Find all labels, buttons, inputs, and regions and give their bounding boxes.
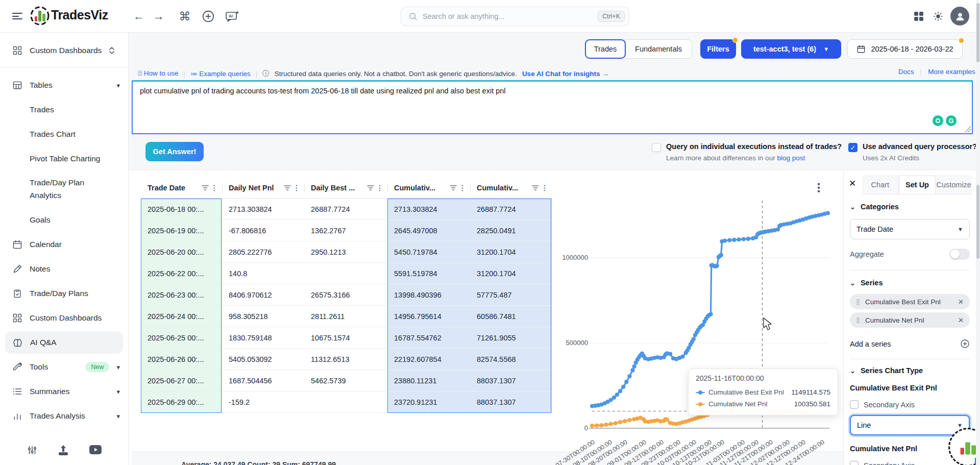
table-cell[interactable]: 2713.303824 <box>387 199 470 220</box>
column-menu-icon[interactable]: ⋮ <box>375 184 384 192</box>
table-cell[interactable]: 2811.2611 <box>304 306 387 327</box>
command-icon[interactable]: ⌘ <box>178 9 192 23</box>
table-cell[interactable]: -159.2 <box>222 391 304 413</box>
table-cell[interactable]: 71261.9055 <box>470 327 552 349</box>
tradesviz-logo-icon[interactable] <box>30 6 50 26</box>
query-input[interactable]: plot cumulative pnl of trading accounts … <box>140 87 963 128</box>
sidebar-item-trades-analysis[interactable]: Trades Analysis ▾ <box>0 404 128 428</box>
pnl-line-chart[interactable]: ••• 05000001000000 25-07-30T00:00:002025… <box>556 174 847 460</box>
sidebar-item-calendar[interactable]: Calendar <box>0 232 128 257</box>
fundamentals-toggle-button[interactable]: Fundamentals <box>625 39 692 59</box>
table-cell[interactable]: 13998.490396 <box>387 284 470 306</box>
table-cell[interactable]: 2025-06-22 00:... <box>141 263 222 284</box>
trades-toggle-button[interactable]: Trades <box>585 39 626 59</box>
search-input[interactable] <box>423 12 598 20</box>
sidebar-item-notes[interactable]: Notes <box>0 257 128 281</box>
table-cell[interactable]: 5462.5739 <box>304 370 387 391</box>
table-cell[interactable]: 5450.719784 <box>387 241 470 263</box>
ai-chat-icon[interactable]: AI <box>224 9 241 23</box>
table-cell[interactable]: -67.806816 <box>222 220 304 241</box>
filter-icon[interactable] <box>202 185 209 191</box>
table-cell[interactable]: 2025-06-20 00:... <box>141 241 222 263</box>
add-series-row[interactable]: Add a series <box>850 339 970 349</box>
table-cell[interactable]: 2025-06-26 00:... <box>141 349 222 370</box>
sidebar-item-custom-dashboards[interactable]: Custom Dashboards <box>0 306 128 330</box>
grammarly-status-icon[interactable] <box>933 115 943 126</box>
column-header[interactable]: Cumulativ...⋮ <box>387 177 470 198</box>
table-cell[interactable]: 2805.222776 <box>222 241 304 263</box>
grammarly-icon[interactable]: G <box>946 115 957 126</box>
table-cell[interactable]: 2025-06-23 00:... <box>141 284 222 306</box>
executions-checkbox[interactable] <box>652 143 661 152</box>
table-cell[interactable]: 2025-06-24 00:... <box>141 306 222 327</box>
table-cell[interactable]: 2950.1213 <box>304 241 387 263</box>
table-cell[interactable]: 2025-06-29 00:... <box>141 391 222 413</box>
upload-icon[interactable] <box>57 445 69 456</box>
column-header[interactable]: Daily Net Pnl⋮ <box>222 177 304 198</box>
table-cell[interactable]: 10675.1574 <box>304 327 387 349</box>
table-cell[interactable]: 2713.303824 <box>222 199 304 220</box>
sidebar-item-pivot-table-charting[interactable]: Pivot Table Charting <box>0 146 128 171</box>
example-queries-link[interactable]: ≔ Example queries <box>190 69 251 78</box>
series-chip-net-pnl[interactable]: ⣿ Cumulative Net Pnl ✕ <box>850 312 970 328</box>
page-scrollbar[interactable] <box>976 0 980 465</box>
logo-text[interactable]: TradesViz <box>51 8 108 22</box>
aggregate-toggle[interactable] <box>949 249 970 260</box>
table-cell[interactable]: 88037.1307 <box>470 370 552 391</box>
table-cell[interactable]: 958.305218 <box>222 306 304 327</box>
drag-handle-icon[interactable]: ⣿ <box>856 317 861 324</box>
table-cell[interactable]: 57775.487 <box>470 284 552 306</box>
table-cell[interactable]: 31200.1704 <box>470 241 552 263</box>
secondary-axis-checkbox[interactable] <box>850 400 859 409</box>
table-cell[interactable]: 2645.497008 <box>387 220 470 241</box>
remove-series-icon[interactable]: ✕ <box>958 298 964 306</box>
column-menu-icon[interactable]: ⋮ <box>540 184 549 192</box>
series1-chart-type-select[interactable]: Line▼ <box>850 415 970 435</box>
column-menu-icon[interactable]: ⋮ <box>210 184 219 192</box>
table-cell[interactable]: 2025-06-18 00:... <box>141 199 222 220</box>
add-circle-icon[interactable] <box>201 9 215 23</box>
table-cell[interactable]: 11312.6513 <box>304 349 387 370</box>
table-cell[interactable]: 23720.91231 <box>387 391 470 413</box>
youtube-icon[interactable] <box>89 445 102 455</box>
chart-canvas[interactable] <box>556 174 847 460</box>
series-chart-type-header[interactable]: ⌄Series Chart Type <box>850 366 970 375</box>
table-cell[interactable]: 1830.759148 <box>222 327 304 349</box>
how-to-use-link[interactable]: ⍰ How to use <box>138 69 178 78</box>
column-header[interactable]: Trade Date⋮ <box>141 177 222 198</box>
hamburger-menu-icon[interactable] <box>12 9 27 23</box>
advanced-checkbox[interactable]: ✓ <box>848 143 857 152</box>
back-arrow-icon[interactable]: ← <box>132 9 146 23</box>
textarea-resize-handle[interactable] <box>965 126 971 132</box>
table-cell[interactable]: 22192.607854 <box>387 349 470 370</box>
table-cell[interactable]: 140.8 <box>222 263 304 284</box>
table-cell[interactable]: 16787.554762 <box>387 327 470 349</box>
table-cell[interactable]: 26887.7724 <box>470 199 552 220</box>
table-cell[interactable]: 26575.3166 <box>304 284 387 306</box>
category-select[interactable]: Trade Date▼ <box>850 219 970 239</box>
apps-grid-icon[interactable] <box>912 9 926 23</box>
series-section-header[interactable]: ⌄Series <box>850 279 970 287</box>
filters-button[interactable]: Filters <box>700 39 736 59</box>
tab-set-up[interactable]: Set Up <box>899 175 936 194</box>
table-cell[interactable]: 60586.7481 <box>470 306 552 327</box>
account-selector[interactable]: test-acct3, test (6)▼ <box>741 39 841 59</box>
remove-series-icon[interactable]: ✕ <box>958 316 964 324</box>
table-cell[interactable]: 8406.970612 <box>222 284 304 306</box>
table-cell[interactable]: 1362.2767 <box>304 220 387 241</box>
sidebar-item-goals[interactable]: Goals <box>0 208 128 232</box>
close-icon[interactable]: ✕ <box>849 178 856 189</box>
sidebar-item-ai-qa[interactable]: AI Q&A <box>5 331 123 354</box>
table-cell[interactable]: 26887.7724 <box>304 199 387 220</box>
filter-icon[interactable] <box>367 185 374 191</box>
table-cell[interactable]: 82574.5568 <box>470 349 552 370</box>
sidebar-item-tables[interactable]: Tables ▾ <box>0 73 128 97</box>
sidebar-item-tools[interactable]: Tools New ▾ <box>0 355 128 379</box>
date-range-picker[interactable]: 2025-06-18 - 2026-03-22 <box>847 39 963 59</box>
forward-arrow-icon[interactable]: → <box>152 9 166 23</box>
sidebar-item-trade-day-plans[interactable]: Trade/Day Plans <box>0 281 128 306</box>
panel-scrollbar-thumb[interactable] <box>976 185 979 259</box>
drag-handle-icon[interactable]: ⣿ <box>856 299 861 305</box>
table-cell[interactable] <box>304 391 387 413</box>
series-chip-best-exit[interactable]: ⣿ Cumulative Best Exit Pnl ✕ <box>850 294 970 309</box>
